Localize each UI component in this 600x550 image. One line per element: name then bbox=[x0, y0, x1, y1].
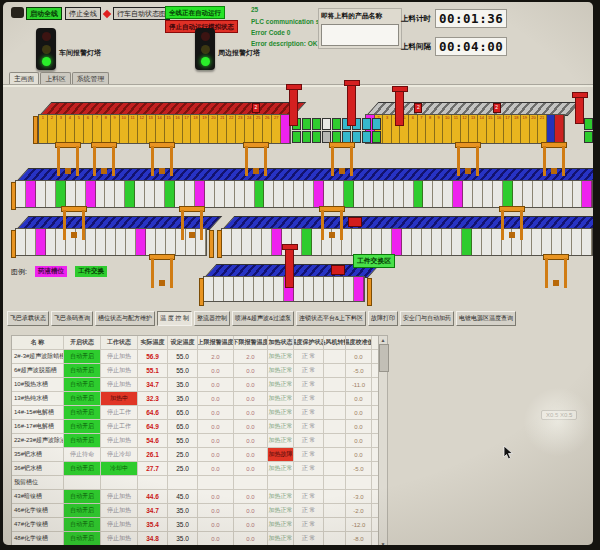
table-header-cell: 上限报警温度 bbox=[198, 336, 234, 349]
nav-button-1[interactable]: 飞巴承载状态 bbox=[7, 311, 49, 326]
next-product-input[interactable] bbox=[321, 24, 399, 46]
tank-cell bbox=[372, 229, 382, 255]
table-cell: 0.0 bbox=[198, 434, 234, 447]
table-cell: 正 常 bbox=[294, 364, 324, 377]
hoist-part bbox=[82, 210, 85, 240]
conveyor-line-4 bbox=[15, 228, 207, 256]
table-cell: 加热正常 bbox=[268, 434, 294, 447]
table-cell: 55.0 bbox=[168, 434, 198, 447]
table-cell: 54.6 bbox=[138, 434, 168, 447]
table-row: 43#暗镍槽自动开启停止加热44.645.00.00.0加热正常正 常-3.0 bbox=[12, 490, 378, 504]
tank-cell bbox=[166, 229, 176, 255]
nav-button-10[interactable]: 电镀电源区温度查询 bbox=[456, 311, 516, 326]
tank-cell bbox=[354, 181, 364, 207]
table-cell bbox=[324, 448, 346, 461]
table-row: 14#-15#电解槽自动开启停止工作64.665.00.00.0加热正常正 常0… bbox=[12, 406, 378, 420]
nav-button-9[interactable]: 安全门与自动加药 bbox=[400, 311, 454, 326]
tank-cell: 26 bbox=[263, 115, 272, 143]
tank-cell: 9 bbox=[435, 115, 444, 143]
conveyor-top bbox=[39, 102, 307, 116]
table-cell: 自动开启 bbox=[64, 532, 101, 545]
tank-cell bbox=[412, 229, 422, 255]
table-cell: 0.0 bbox=[234, 462, 268, 475]
hoist-carrier bbox=[499, 206, 525, 240]
nav-button-5[interactable]: 整流器控制 bbox=[194, 311, 230, 326]
hoist-part bbox=[91, 142, 117, 148]
tank-cell bbox=[96, 229, 106, 255]
table-cell: 加热正常 bbox=[268, 490, 294, 503]
hoist-carrier bbox=[55, 142, 81, 176]
tank-cell: 6 bbox=[84, 115, 93, 143]
tank-cell: 22 bbox=[227, 115, 236, 143]
tank-cell bbox=[553, 181, 563, 207]
frame-post bbox=[367, 278, 372, 306]
nav-button-4[interactable]: 温 度 控 制 bbox=[157, 311, 192, 326]
table-cell: 0.0 bbox=[234, 532, 268, 545]
table-cell bbox=[168, 476, 198, 489]
table-cell: 正 常 bbox=[294, 462, 324, 475]
nav-button-3[interactable]: 槽位状态与配方维护 bbox=[95, 311, 155, 326]
table-cell: 加热正常 bbox=[268, 350, 294, 363]
crane-auto-status-button[interactable]: 行车自动状态图 bbox=[113, 7, 170, 20]
camera-artifact-blob bbox=[11, 7, 24, 18]
tank-cell: 20 bbox=[530, 115, 539, 143]
table-cell: 自动开启 bbox=[64, 434, 101, 447]
tank-cell bbox=[282, 229, 292, 255]
hoist-carrier bbox=[329, 142, 355, 176]
table-cell: 0.0 bbox=[346, 434, 372, 447]
tank-cell: 5 bbox=[75, 115, 84, 143]
tank-cell bbox=[522, 229, 532, 255]
table-cell: 加热正常 bbox=[268, 462, 294, 475]
scroll-down-icon[interactable]: ▼ bbox=[379, 540, 387, 545]
table-cell: 正 常 bbox=[294, 504, 324, 517]
tank-cell bbox=[26, 181, 36, 207]
tank-cell bbox=[46, 181, 56, 207]
tank-cell bbox=[284, 277, 294, 301]
red-lamp-icon bbox=[42, 32, 51, 41]
hoist-part bbox=[149, 254, 175, 260]
station-row bbox=[292, 118, 381, 130]
tank-cell bbox=[563, 181, 573, 207]
table-cell: 自动开启 bbox=[64, 378, 101, 391]
tank-cell bbox=[555, 115, 564, 143]
hoist-part bbox=[61, 206, 87, 212]
table-cell: 停止加热 bbox=[101, 504, 138, 517]
table-cell: 自动开启 bbox=[64, 420, 101, 433]
stop-all-button[interactable]: 停止全线 bbox=[65, 7, 101, 20]
tank-cell: 3 bbox=[57, 115, 66, 143]
nav-button-6[interactable]: 喷淋&超声波&过滤泵 bbox=[232, 311, 294, 326]
nav-button-8[interactable]: 故障打印 bbox=[368, 311, 398, 326]
table-cell: 正 常 bbox=[294, 378, 324, 391]
nav-button-2[interactable]: 飞巴条码查询 bbox=[51, 311, 93, 326]
table-cell bbox=[101, 476, 138, 489]
tank-cell: 2 bbox=[375, 115, 384, 143]
table-cell: 0.0 bbox=[234, 490, 268, 503]
table-cell: 0.0 bbox=[198, 532, 234, 545]
table-scrollbar[interactable]: ▲ ▼ bbox=[378, 335, 388, 545]
table-cell: 0.0 bbox=[234, 364, 268, 377]
load-timer-value: 00:01:36 bbox=[435, 9, 507, 28]
tank-cell bbox=[304, 277, 314, 301]
flash-reflection bbox=[518, 387, 593, 457]
frame-post bbox=[217, 230, 222, 258]
tank-cell bbox=[76, 229, 86, 255]
table-row: 10#预热水槽自动开启停止加热34.735.00.00.0加热正常正 常-11.… bbox=[12, 378, 378, 392]
scroll-thumb[interactable] bbox=[379, 344, 389, 372]
tank-cell bbox=[366, 115, 375, 143]
table-cell: 自动开启 bbox=[64, 518, 101, 531]
function-nav-bar: 飞巴承载状态飞巴条码查询槽位状态与配方维护温 度 控 制整流器控制喷淋&超声波&… bbox=[7, 311, 516, 326]
scroll-up-icon[interactable]: ▲ bbox=[379, 336, 387, 344]
hoist-carrier bbox=[243, 142, 269, 176]
tank-cell bbox=[284, 181, 294, 207]
tank-cell: 16 bbox=[495, 115, 504, 143]
nav-button-7[interactable]: 连锁状态平台&上下料区 bbox=[296, 311, 366, 326]
hoist-part bbox=[339, 168, 345, 174]
hoist-part bbox=[331, 146, 334, 176]
table-cell: 自动开启 bbox=[64, 462, 101, 475]
table-cell bbox=[324, 392, 346, 405]
hoist-carrier bbox=[91, 142, 117, 176]
tank-cell bbox=[16, 229, 26, 255]
station-row bbox=[584, 131, 593, 143]
plc-counter: 25 bbox=[251, 6, 258, 13]
start-all-button[interactable]: 启动全线 bbox=[26, 7, 62, 20]
